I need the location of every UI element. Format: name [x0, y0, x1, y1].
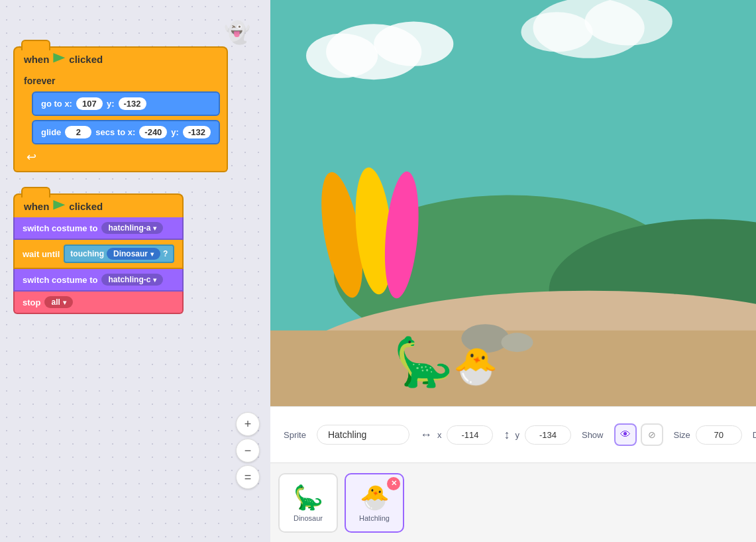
block-group-2: when clicked switch costume to hatchling… — [13, 193, 184, 314]
when-label-1: when — [24, 54, 49, 65]
glide-secs-value[interactable]: 2 — [65, 126, 91, 138]
glide-secs-label: secs to x: — [95, 127, 135, 137]
costume-1-dropdown[interactable]: hatchling-a ▾ — [101, 222, 163, 234]
forever-container: forever go to x: 107 y: -132 glide 2 sec… — [13, 70, 228, 172]
goto-y-label: y: — [107, 99, 115, 109]
eye-slash-icon: ⊘ — [648, 429, 656, 440]
touching-dropdown[interactable]: Dinosaur ▾ — [107, 248, 160, 260]
delete-hatchling-button[interactable]: ✕ — [387, 477, 400, 490]
code-panel: 👻 when clicked forever go to x: 107 y: -… — [0, 0, 270, 542]
costume-2-arrow: ▾ — [153, 276, 156, 284]
size-input[interactable] — [696, 425, 742, 445]
clicked-label-2: clicked — [69, 201, 103, 212]
stage-scene: 🦕 🐣 — [270, 0, 756, 406]
wait-until-label: wait until — [23, 249, 60, 259]
sprite-name-input[interactable] — [317, 425, 409, 445]
show-buttons: 👁 ⊘ — [614, 423, 663, 446]
ghost-decoration: 👻 — [224, 20, 250, 45]
x-label: x — [437, 430, 442, 440]
glide-block[interactable]: glide 2 secs to x: -240 y: -132 — [32, 120, 220, 144]
dinosaur-thumb: 🦕 — [294, 484, 323, 512]
y-label: y — [515, 430, 519, 440]
touching-arrow: ▾ — [150, 250, 154, 258]
size-label: Size — [674, 430, 690, 440]
when-label-2: when — [24, 201, 49, 212]
dinosaur-card-name: Dinosaur — [294, 514, 323, 522]
show-hidden-button[interactable]: ⊘ — [641, 423, 663, 446]
question-mark: ? — [163, 249, 168, 258]
glide-y-label: y: — [171, 127, 179, 137]
switch-costume-2-label: switch costume to — [23, 275, 97, 285]
sprite-tray: 🦕 Dinosaur ✕ 🐣 Hatchling 🐱 — [270, 462, 756, 542]
forever-bottom-arrow: ↩ — [27, 150, 220, 164]
goto-x-value[interactable]: 107 — [76, 97, 103, 110]
svg-point-6 — [521, 12, 592, 52]
switch-costume-2-block[interactable]: switch costume to hatchling-c ▾ — [13, 269, 184, 292]
stop-dropdown-value: all — [51, 298, 60, 307]
svg-point-3 — [306, 34, 378, 78]
dinosaur-sprite: 🦕 — [394, 334, 453, 390]
zoom-out-button[interactable]: − — [236, 439, 260, 462]
y-coord-input[interactable] — [525, 425, 571, 445]
touching-block[interactable]: touching Dinosaur ▾ ? — [64, 244, 174, 263]
size-group: Size — [674, 425, 742, 445]
block-group-1: when clicked forever go to x: 107 y: -13… — [13, 46, 228, 172]
hat-block-1[interactable]: when clicked — [13, 46, 228, 70]
y-axis-icon: ↕ — [504, 428, 510, 442]
stop-dropdown[interactable]: all ▾ — [44, 296, 72, 308]
wait-until-block[interactable]: wait until touching Dinosaur ▾ ? — [13, 240, 184, 269]
direction-label: Direction — [753, 430, 756, 440]
dinosaur-sprite-card[interactable]: 🦕 Dinosaur — [278, 473, 338, 533]
clicked-label-1: clicked — [69, 54, 103, 65]
costume-2-dropdown[interactable]: hatchling-c ▾ — [101, 274, 163, 286]
forever-label: forever — [21, 74, 220, 87]
hatchling-sprite-card[interactable]: ✕ 🐣 Hatchling — [345, 473, 404, 533]
costume-1-arrow: ▾ — [153, 225, 156, 232]
touching-label: touching — [70, 249, 104, 258]
goto-y-value[interactable]: -132 — [119, 97, 146, 110]
zoom-in-button[interactable]: + — [236, 412, 260, 436]
green-flag-icon-1 — [53, 53, 65, 65]
glide-prefix: glide — [41, 127, 61, 137]
goto-prefix: go to x: — [41, 99, 72, 109]
x-coord-group: ↔ x — [420, 425, 494, 445]
costume-1-value: hatchling-a — [108, 223, 150, 233]
show-label: Show — [582, 430, 604, 440]
zoom-fit-button[interactable]: = — [236, 465, 260, 489]
glide-y-value[interactable]: -132 — [183, 126, 211, 138]
right-area: 🦕 🐣 Sprite ↔ x ↕ y Show 👁 ⊘ — [270, 0, 756, 542]
go-to-block[interactable]: go to x: 107 y: -132 — [32, 91, 220, 116]
eye-icon: 👁 — [620, 429, 631, 441]
zoom-controls: + − = — [236, 412, 260, 489]
stop-arrow: ▾ — [63, 299, 66, 306]
stop-label: stop — [23, 298, 40, 307]
glide-x-value[interactable]: -240 — [139, 126, 167, 138]
switch-costume-1-label: switch costume to — [23, 223, 97, 233]
stop-block[interactable]: stop all ▾ — [13, 292, 184, 314]
svg-point-2 — [374, 22, 453, 66]
direction-group: Direction — [753, 425, 756, 445]
green-flag-icon-2 — [53, 200, 65, 212]
x-coord-input[interactable] — [447, 425, 493, 445]
sprite-label: Sprite — [284, 430, 306, 440]
x-axis-icon: ↔ — [420, 428, 432, 442]
touching-dropdown-value: Dinosaur — [113, 249, 148, 258]
costume-2-value: hatchling-c — [108, 275, 150, 284]
hatchling-sprite: 🐣 — [453, 345, 498, 388]
show-visible-button[interactable]: 👁 — [614, 423, 637, 446]
hat-block-2[interactable]: when clicked — [13, 193, 184, 217]
stage-area: 🦕 🐣 — [270, 0, 756, 406]
stage-info-bar: Sprite ↔ x ↕ y Show 👁 ⊘ Size Direct — [270, 406, 756, 462]
switch-costume-1-block[interactable]: switch costume to hatchling-a ▾ — [13, 217, 184, 240]
svg-point-18 — [501, 333, 533, 352]
y-coord-group: ↕ y — [504, 425, 571, 445]
hatchling-thumb: 🐣 — [360, 484, 390, 512]
repeat-arrow: ↩ — [27, 150, 36, 164]
hatchling-card-name: Hatchling — [359, 514, 390, 522]
